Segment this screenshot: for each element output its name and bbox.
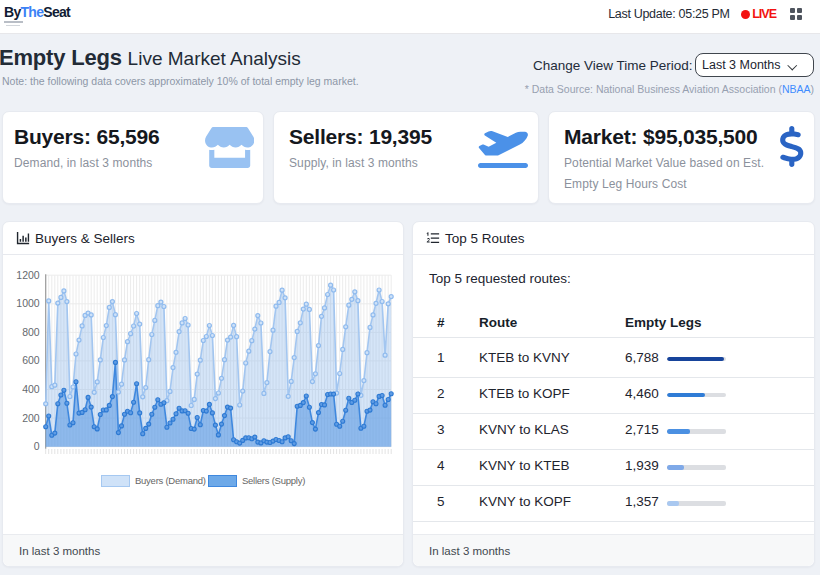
svg-text:1000: 1000 — [16, 297, 40, 309]
svg-text:1200: 1200 — [16, 269, 40, 281]
svg-text:800: 800 — [22, 326, 40, 338]
svg-text:200: 200 — [22, 412, 40, 424]
svg-text:400: 400 — [22, 383, 40, 395]
svg-text:600: 600 — [22, 354, 40, 366]
svg-text:0: 0 — [34, 440, 40, 452]
